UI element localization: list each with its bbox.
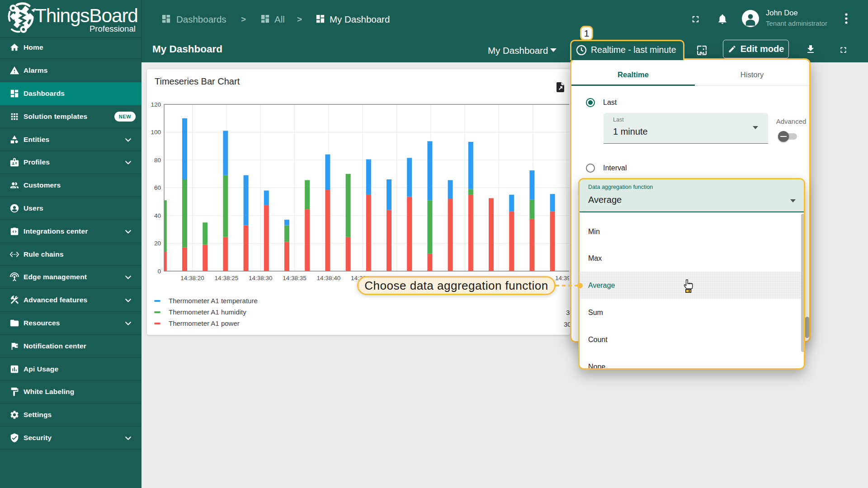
svg-text:14:39:15: 14:39:15 [555,275,569,282]
svg-text:120: 120 [151,101,161,108]
svg-text:40: 40 [154,212,161,219]
svg-text:0: 0 [157,268,161,275]
svg-text:14:38:35: 14:38:35 [283,275,307,282]
svg-text:14:38:30: 14:38:30 [249,275,273,282]
svg-text:80: 80 [154,157,161,164]
svg-text:100: 100 [151,129,161,136]
svg-text:14:38:40: 14:38:40 [317,275,341,282]
svg-text:14:38:25: 14:38:25 [215,275,239,282]
svg-text:60: 60 [154,184,161,191]
svg-text:20: 20 [154,240,161,247]
svg-text:14:38:20: 14:38:20 [180,275,204,282]
